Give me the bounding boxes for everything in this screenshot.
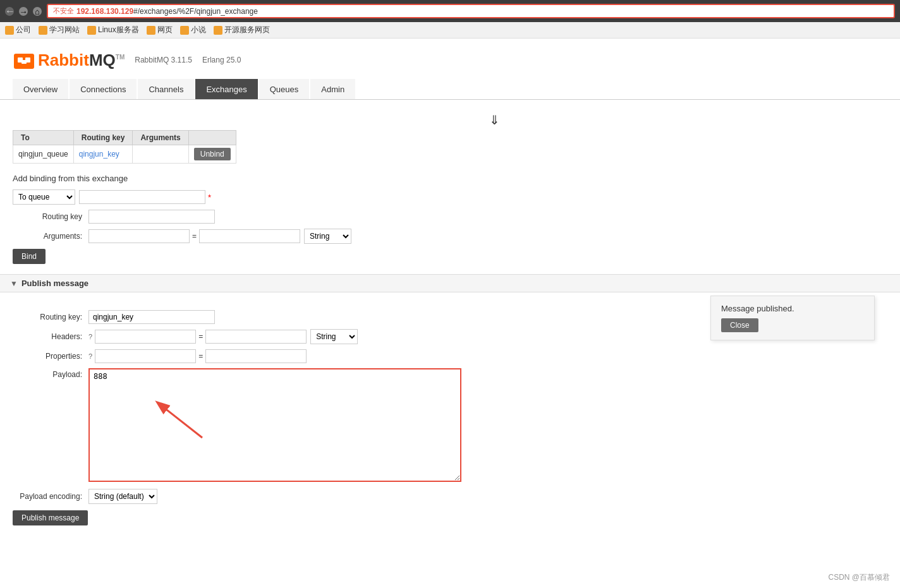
logo-rabbit: Rabbit [38, 51, 89, 69]
publish-section-title: Publish message [21, 279, 88, 288]
bookmark-icon [39, 26, 47, 35]
equals-sign: = [198, 332, 203, 341]
arguments-label: Arguments: [13, 232, 88, 241]
properties-key-input[interactable] [95, 349, 196, 363]
properties-value-input[interactable] [205, 349, 307, 363]
payload-encoding-select[interactable]: String (default) Base64 [88, 489, 157, 504]
arguments-key-input[interactable] [88, 229, 190, 243]
col-to: To [13, 131, 74, 145]
col-arguments: Arguments [133, 131, 188, 145]
arguments-value-input[interactable] [199, 229, 300, 243]
address-bar[interactable]: 不安全 192.168.130.129#/exchanges/%2F/qingj… [47, 4, 895, 18]
logo: RabbitMQTM [13, 49, 125, 71]
publish-button-row: Publish message [13, 510, 887, 525]
publish-message-button[interactable]: Publish message [13, 510, 88, 525]
headers-value-input[interactable] [205, 330, 307, 344]
bookmark-icon [214, 26, 222, 35]
headers-key-input[interactable] [95, 330, 196, 344]
page-body: ⇓ To Routing key Arguments qingjun_queue… [0, 100, 900, 536]
properties-help[interactable]: ? [88, 352, 92, 360]
binding-routing-key-input[interactable] [88, 210, 215, 224]
version-info: RabbitMQ 3.11.5 Erlang 25.0 [135, 56, 241, 64]
bookmark-linux[interactable]: Linux服务器 [87, 25, 139, 35]
payload-encoding-label: Payload encoding: [13, 492, 88, 501]
security-warning: 不安全 [53, 6, 74, 16]
app-header: RabbitMQTM RabbitMQ 3.11.5 Erlang 25.0 O… [0, 39, 900, 100]
col-routing-key: Routing key [73, 131, 133, 145]
unbind-button[interactable]: Unbind [194, 148, 231, 160]
logo-area: RabbitMQTM RabbitMQ 3.11.5 Erlang 25.0 [13, 49, 887, 71]
add-binding-title: Add binding from this exchange [13, 174, 887, 183]
tab-admin[interactable]: Admin [310, 79, 355, 99]
rabbitmq-version: RabbitMQ 3.11.5 [135, 56, 192, 64]
svg-rect-3 [21, 55, 27, 57]
bookmark-icon [180, 26, 189, 35]
bookmark-company[interactable]: 公司 [5, 25, 31, 35]
bookmark-label: 学习网站 [49, 25, 80, 35]
binding-actions: Unbind [188, 145, 236, 164]
notification-close-button[interactable]: Close [721, 318, 758, 332]
bookmarks-bar: 公司 学习网站 Linux服务器 网页 小说 开源服务网页 [0, 22, 900, 39]
tab-connections[interactable]: Connections [70, 79, 137, 99]
publish-routing-key-input[interactable] [88, 310, 215, 324]
bookmark-label: 开源服务网页 [224, 25, 270, 35]
back-button[interactable]: ← [5, 7, 14, 16]
tab-queues[interactable]: Queues [259, 79, 310, 99]
browser-chrome: ← → ⌂ 不安全 192.168.130.129#/exchanges/%2F… [0, 0, 900, 22]
forward-button[interactable]: → [19, 7, 28, 16]
logo-text: RabbitMQTM [38, 51, 125, 70]
headers-help[interactable]: ? [88, 333, 92, 340]
routing-key-label: Routing key [13, 212, 88, 221]
bookmark-novel[interactable]: 小说 [180, 25, 206, 35]
binding-to: qingjun_queue [13, 145, 74, 164]
routing-key-row: Routing key [13, 210, 887, 224]
rabbitmq-logo-icon [13, 49, 35, 71]
col-actions [188, 131, 236, 145]
bookmark-label: 网页 [157, 25, 173, 35]
collapse-toggle[interactable]: ▼ [10, 279, 18, 288]
bookmark-study[interactable]: 学习网站 [39, 25, 80, 35]
logo-mq: MQ [89, 51, 116, 69]
bind-button-row: Bind [13, 249, 887, 264]
red-arrow-annotation [139, 393, 215, 444]
publish-headers-label: Headers: [13, 332, 88, 341]
publish-properties-row: Properties: ? = [13, 349, 887, 363]
destination-type-select[interactable]: To queue To exchange [13, 189, 75, 205]
down-arrows: ⇓ [101, 112, 887, 128]
publish-payload-row: Payload: 888 [13, 368, 887, 484]
binding-routing-key: qingjun_key [73, 145, 133, 164]
svg-rect-4 [21, 60, 27, 64]
destination-input[interactable] [79, 190, 205, 204]
tab-channels[interactable]: Channels [138, 79, 194, 99]
publish-routing-key-label: Routing key: [13, 313, 88, 321]
bookmark-label: Linux服务器 [98, 25, 139, 35]
url-path: #/exchanges/%2F/qingjun_exchange [133, 7, 258, 16]
arguments-row: Arguments: = String Number Boolean [13, 229, 887, 244]
tab-overview[interactable]: Overview [13, 79, 68, 99]
url-host: 192.168.130.129 [76, 7, 133, 16]
erlang-version: Erlang 25.0 [202, 56, 241, 64]
equals-sign: = [192, 232, 197, 241]
destination-row: To queue To exchange * [13, 189, 887, 205]
bookmark-label: 公司 [16, 25, 31, 35]
headers-type-select[interactable]: String Number Boolean [310, 329, 358, 344]
payload-container: 888 [88, 368, 461, 484]
tab-exchanges[interactable]: Exchanges [195, 79, 257, 99]
binding-arguments [133, 145, 188, 164]
bindings-table: To Routing key Arguments qingjun_queue q… [13, 130, 236, 164]
bind-button[interactable]: Bind [13, 249, 46, 264]
app-container: RabbitMQTM RabbitMQ 3.11.5 Erlang 25.0 O… [0, 39, 900, 582]
payload-encoding-row: Payload encoding: String (default) Base6… [13, 489, 887, 504]
publish-properties-label: Properties: [13, 352, 88, 361]
required-star: * [208, 193, 211, 202]
home-button[interactable]: ⌂ [33, 7, 42, 16]
svg-line-6 [158, 403, 202, 438]
table-row: qingjun_queue qingjun_key Unbind [13, 145, 236, 164]
bookmark-opensource[interactable]: 开源服务网页 [214, 25, 270, 35]
arguments-type-select[interactable]: String Number Boolean [304, 229, 351, 244]
equals-sign: = [198, 352, 203, 361]
notification-box: Message published. Close [710, 296, 875, 340]
publish-payload-label: Payload: [13, 368, 88, 379]
bookmark-web[interactable]: 网页 [147, 25, 173, 35]
nav-tabs: Overview Connections Channels Exchanges … [13, 79, 887, 99]
